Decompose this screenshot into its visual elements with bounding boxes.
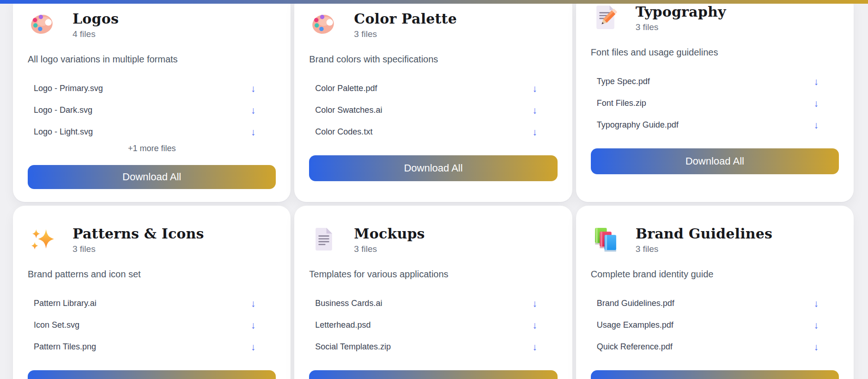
card-header: Color Palette 3 files [309,12,557,38]
card-typography: Typography 3 files Font files and usage … [576,0,854,202]
download-arrow-icon[interactable]: ↓ [813,342,819,352]
download-arrow-icon[interactable]: ↓ [813,299,819,308]
download-arrow-icon[interactable]: ↓ [532,84,537,93]
file-name: Type Spec.pdf [597,77,650,86]
card-header: Logos 4 files [28,12,276,38]
download-all-button[interactable]: Download All [28,165,276,190]
card-patterns-icons: Patterns & Icons 3 files Brand patterns … [13,206,291,379]
card-mockups: Mockups 3 files Templates for various ap… [294,206,572,379]
file-name: Quick Reference.pdf [597,342,673,352]
file-name: Logo - Light.svg [34,127,93,137]
file-row[interactable]: Type Spec.pdf ↓ [591,71,839,92]
file-name: Font Files.zip [597,98,646,108]
download-arrow-icon[interactable]: ↓ [251,127,256,137]
file-row[interactable]: Logo - Dark.svg ↓ [28,99,276,121]
memo-pencil-icon [593,5,618,30]
file-row[interactable]: Brand Guidelines.pdf ↓ [591,293,839,314]
download-arrow-icon[interactable]: ↓ [813,77,819,86]
download-all-button[interactable]: Download All [28,370,276,379]
download-arrow-icon[interactable]: ↓ [532,342,537,352]
card-description: Templates for various applications [309,269,557,279]
card-header: Typography 3 files [591,5,839,31]
file-row[interactable]: Usage Examples.pdf ↓ [591,314,839,336]
card-description: Complete brand identity guide [591,269,839,279]
file-row[interactable]: Quick Reference.pdf ↓ [591,336,839,358]
palette-icon [30,12,55,37]
download-all-button[interactable]: Download All [309,155,557,181]
file-name: Social Templates.zip [315,342,391,352]
card-title: Patterns & Icons [73,226,204,241]
download-all-button[interactable]: Download All [591,370,839,379]
file-name: Icon Set.svg [34,320,79,330]
card-title: Color Palette [354,12,457,26]
file-row[interactable]: Pattern Tiles.png ↓ [28,336,276,358]
download-arrow-icon[interactable]: ↓ [813,120,819,130]
file-name: Brand Guidelines.pdf [597,299,674,308]
card-description: Brand patterns and icon set [28,269,276,279]
page-progress-gradient-bar [0,0,868,4]
books-icon [593,226,618,252]
file-list: Pattern Library.ai ↓ Icon Set.svg ↓ Patt… [28,293,276,358]
card-description: All logo variations in multiple formats [28,55,276,64]
file-name: Logo - Primary.svg [34,84,103,93]
file-row[interactable]: Business Cards.ai ↓ [309,293,557,314]
file-row[interactable]: Color Swatches.ai ↓ [309,99,557,121]
card-title: Typography [636,5,726,19]
download-arrow-icon[interactable]: ↓ [532,105,537,115]
file-list: Type Spec.pdf ↓ Font Files.zip ↓ Typogra… [591,71,839,136]
file-row[interactable]: Social Templates.zip ↓ [309,336,557,358]
file-list: Color Palette.pdf ↓ Color Swatches.ai ↓ … [309,78,557,143]
card-color-palette: Color Palette 3 files Brand colors with … [294,0,572,202]
files-count: 3 files [636,245,773,253]
card-logos: Logos 4 files All logo variations in mul… [13,0,291,202]
download-arrow-icon[interactable]: ↓ [813,320,819,330]
file-name: Color Swatches.ai [315,105,382,115]
download-arrow-icon[interactable]: ↓ [532,320,537,330]
file-row[interactable]: Letterhead.psd ↓ [309,314,557,336]
download-arrow-icon[interactable]: ↓ [251,342,256,352]
file-row[interactable]: Pattern Library.ai ↓ [28,293,276,314]
files-count: 3 files [73,245,204,253]
download-arrow-icon[interactable]: ↓ [813,98,819,108]
card-description: Brand colors with specifications [309,55,557,64]
file-name: Pattern Tiles.png [34,342,96,352]
card-header: Mockups 3 files [309,226,557,253]
download-all-button[interactable]: Download All [591,148,839,174]
download-arrow-icon[interactable]: ↓ [251,105,256,115]
card-header: Brand Guidelines 3 files [591,226,839,253]
files-count: 3 files [354,30,457,38]
files-count: 3 files [636,23,726,31]
download-arrow-icon[interactable]: ↓ [251,84,256,93]
more-files-label: +1 more files [28,144,276,153]
file-list: Brand Guidelines.pdf ↓ Usage Examples.pd… [591,293,839,358]
document-icon [311,226,336,252]
card-header: Patterns & Icons 3 files [28,226,276,253]
file-name: Typography Guide.pdf [597,120,679,130]
file-row[interactable]: Icon Set.svg ↓ [28,314,276,336]
file-row[interactable]: Logo - Light.svg ↓ [28,121,276,143]
download-arrow-icon[interactable]: ↓ [251,299,256,308]
card-title: Brand Guidelines [636,226,773,241]
file-list: Business Cards.ai ↓ Letterhead.psd ↓ Soc… [309,293,557,358]
card-title: Mockups [354,226,425,241]
file-row[interactable]: Typography Guide.pdf ↓ [591,114,839,136]
file-row[interactable]: Font Files.zip ↓ [591,92,839,114]
file-row[interactable]: Color Palette.pdf ↓ [309,78,557,99]
palette-icon [311,12,336,37]
file-name: Usage Examples.pdf [597,320,674,330]
files-count: 3 files [354,245,425,253]
asset-card-grid: Logos 4 files All logo variations in mul… [13,0,854,379]
file-list: Logo - Primary.svg ↓ Logo - Dark.svg ↓ L… [28,78,276,143]
card-description: Font files and usage guidelines [591,48,839,57]
card-brand-guidelines: Brand Guidelines 3 files Complete brand … [576,206,854,379]
download-all-button[interactable]: Download All [309,370,557,379]
download-arrow-icon[interactable]: ↓ [532,299,537,308]
file-row[interactable]: Color Codes.txt ↓ [309,121,557,143]
download-arrow-icon[interactable]: ↓ [251,320,256,330]
files-count: 4 files [73,30,119,38]
file-name: Color Palette.pdf [315,84,377,93]
file-row[interactable]: Logo - Primary.svg ↓ [28,78,276,99]
download-arrow-icon[interactable]: ↓ [532,127,537,137]
file-name: Color Codes.txt [315,127,372,137]
card-title: Logos [73,12,119,26]
